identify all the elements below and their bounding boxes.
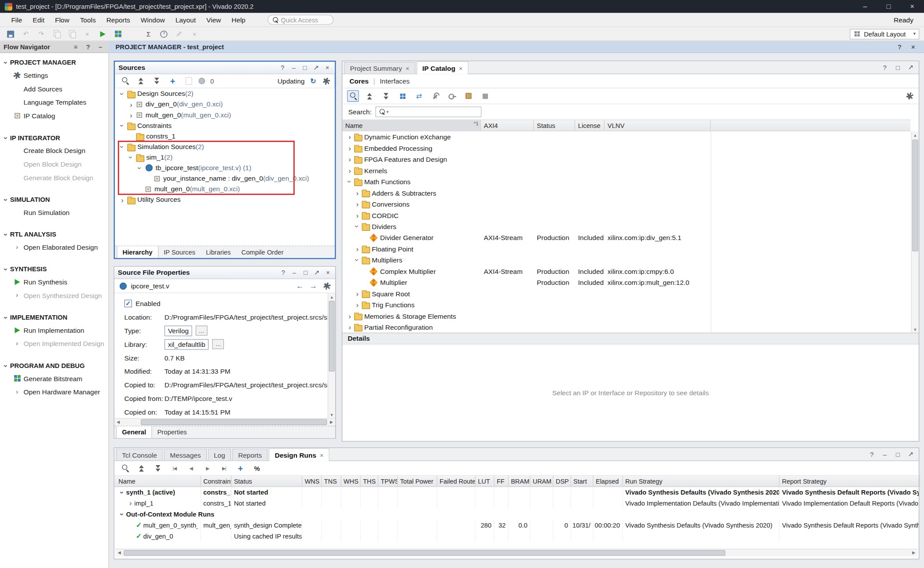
column-header-status[interactable]: Status (534, 120, 575, 131)
column-header-tpws[interactable]: TPWS (378, 476, 398, 486)
column-header-elapsed[interactable]: Elapsed (594, 476, 623, 486)
column-header-dsp[interactable]: DSP (554, 476, 571, 486)
minimize-icon[interactable]: – (290, 64, 297, 71)
step-last-button[interactable]: ▶| (218, 462, 230, 474)
ip-row-trig-functions[interactable]: ›Trig Functions (342, 299, 910, 310)
run-button[interactable] (97, 28, 109, 40)
package-button[interactable] (462, 90, 474, 102)
flow-item-open-implemented-design[interactable]: ›Open Implemented Design (0, 337, 108, 350)
column-header-ths[interactable]: THS (361, 476, 378, 486)
tree-item-tb-ipcore-test[interactable]: ›tb_ipcore_test (ipcore_test.v) (1) (115, 163, 335, 173)
ip-row-embedded-processing[interactable]: ›Embedded Processing (342, 142, 910, 153)
menu-window[interactable]: Window (136, 13, 170, 26)
float-icon[interactable]: ↗ (312, 64, 320, 71)
chevron-right-icon[interactable]: › (346, 323, 353, 331)
field-value-input[interactable]: xil_defaultlib (165, 339, 209, 350)
cancel-button[interactable]: × (189, 28, 201, 40)
scroll-up-button[interactable]: ▲ (912, 131, 919, 138)
help-icon[interactable]: ? (84, 42, 92, 51)
ip-row-fpga-features-and-design[interactable]: ›FPGA Features and Design (342, 154, 910, 165)
clock-button[interactable] (158, 28, 170, 40)
collapse-all-button[interactable] (363, 90, 375, 102)
float-icon[interactable]: ↗ (313, 269, 320, 276)
field-value-input[interactable]: Verilog (165, 325, 192, 336)
scrollbar-thumb[interactable] (141, 419, 327, 425)
sfp-tab-general[interactable]: General (116, 426, 152, 438)
expand-all-button[interactable] (152, 462, 164, 474)
minimize-button[interactable]: – (853, 0, 877, 13)
ip-row-dividers[interactable]: ›Dividers (342, 221, 910, 232)
tree-item-sim-1[interactable]: ›sim_1 (2) (115, 152, 335, 163)
tab-design-runs[interactable]: Design Runs× (269, 448, 330, 461)
tab-close-icon[interactable]: × (320, 451, 324, 459)
add-button[interactable]: + (167, 75, 179, 87)
group-by-button[interactable] (396, 90, 408, 102)
flow-section-header-ip-integrator[interactable]: ›IP INTEGRATOR (0, 132, 108, 144)
scroll-up-button[interactable]: ▲ (328, 293, 335, 300)
column-header-start[interactable]: Start (571, 476, 594, 486)
enabled-checkbox[interactable]: ✓ (125, 300, 132, 307)
percent-button[interactable]: % (251, 462, 263, 474)
help-icon[interactable]: ? (279, 269, 287, 276)
column-header-uram[interactable]: URAM (530, 476, 553, 486)
help-icon[interactable]: ? (279, 64, 286, 71)
scroll-down-button[interactable]: ▼ (328, 411, 335, 418)
tree-item-mult-gen-0[interactable]: ›mult_gen_0 (mult_gen_0.xci) (115, 184, 335, 194)
chevron-right-icon[interactable]: › (118, 196, 126, 203)
vertical-scrollbar[interactable]: ▲ ▼ (911, 131, 919, 333)
chevron-down-icon[interactable]: › (354, 256, 361, 264)
chevron-down-icon[interactable]: › (118, 143, 126, 150)
chevron-down-icon[interactable]: › (118, 510, 126, 518)
options-icon[interactable]: ≡ (71, 42, 80, 51)
tab-close-icon[interactable]: × (406, 65, 410, 72)
undo-button[interactable]: ↶ (20, 28, 32, 40)
maximize-icon[interactable]: □ (893, 63, 902, 72)
view-interfaces[interactable]: Interfaces (380, 77, 410, 84)
menu-view[interactable]: View (201, 13, 226, 26)
column-header-run-strategy[interactable]: Run Strategy (623, 476, 780, 486)
chevron-right-icon[interactable]: › (354, 290, 361, 297)
close-icon[interactable]: × (909, 42, 917, 51)
tree-item-utility-sources[interactable]: ›Utility Sources (115, 194, 335, 205)
file-button[interactable] (183, 75, 194, 87)
tab-messages[interactable]: Messages (164, 449, 207, 461)
column-header-total-power[interactable]: Total Power (398, 476, 437, 486)
chevron-down-icon[interactable]: › (2, 362, 10, 369)
column-header-constraints[interactable]: Constraints (201, 476, 232, 486)
flow-section-header-program-and-debug[interactable]: ›PROGRAM AND DEBUG (0, 360, 108, 371)
scroll-right-button[interactable]: ▶ (328, 419, 335, 426)
run-row-synth-1-active[interactable]: ›synth_1 (active)constrs_1Not startedViv… (114, 487, 919, 498)
gear-icon[interactable] (322, 76, 330, 85)
forward-icon[interactable]: → (309, 281, 318, 290)
flow-section-header-simulation[interactable]: ›SIMULATION (0, 194, 108, 206)
flow-item-open-block-design[interactable]: Open Block Design (0, 157, 108, 171)
chevron-down-icon[interactable]: › (2, 134, 10, 142)
menu-edit[interactable]: Edit (27, 13, 50, 26)
scroll-right-button[interactable]: ▶ (910, 550, 917, 557)
column-header-ff[interactable]: FF (495, 476, 509, 486)
help-icon[interactable]: ? (867, 450, 876, 459)
close-icon[interactable]: × (324, 269, 332, 276)
column-header-tns[interactable]: TNS (322, 476, 341, 486)
ip-row-multipliers[interactable]: ›Multipliers (342, 255, 910, 266)
column-header-report-strategy[interactable]: Report Strategy (780, 476, 920, 486)
menu-help[interactable]: Help (226, 13, 251, 26)
chevron-down-icon[interactable]: › (2, 313, 10, 321)
tree-item-your-instance-name-div-gen-0[interactable]: ›your_instance_name : div_gen_0 (div_gen… (115, 173, 335, 184)
flow-item-ip-catalog[interactable]: IP Catalog (0, 109, 108, 123)
column-header-name[interactable]: Name (116, 476, 201, 486)
maximize-icon[interactable]: □ (302, 269, 309, 276)
sources-tab-libraries[interactable]: Libraries (201, 246, 236, 258)
chevron-down-icon[interactable]: › (2, 58, 10, 66)
chevron-right-icon[interactable]: › (127, 111, 135, 118)
column-header-name[interactable]: Name^1 (342, 120, 481, 131)
collapse-all-button[interactable] (135, 75, 147, 87)
run-row-impl-1[interactable]: ›impl_1constrs_1Not startedVivado Implem… (114, 498, 919, 509)
stop-button[interactable] (479, 90, 491, 102)
chevron-right-icon[interactable]: › (354, 189, 361, 197)
flow-item-open-elaborated-design[interactable]: ›Open Elaborated Design (0, 240, 108, 254)
chevron-right-icon[interactable]: › (354, 211, 361, 219)
menu-flow[interactable]: Flow (50, 13, 75, 26)
close-button[interactable]: × (900, 0, 924, 13)
minimize-icon[interactable]: – (290, 269, 298, 276)
